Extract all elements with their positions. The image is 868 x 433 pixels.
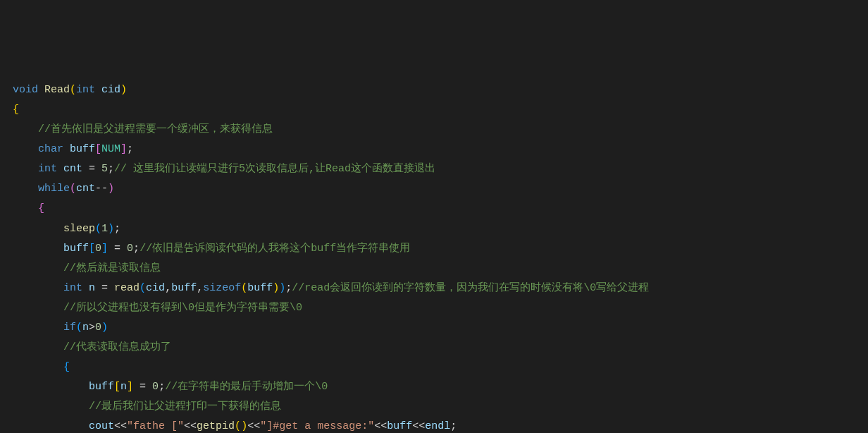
- bracket-close: ]: [127, 381, 133, 393]
- number-literal: 0: [127, 243, 133, 255]
- paren-open: (: [235, 420, 241, 432]
- string-literal: "]#get a message:": [260, 420, 374, 432]
- bracket-open: [: [95, 143, 101, 155]
- operator-shift: <<: [374, 420, 387, 432]
- code-line: buff[n] = 0;//在字符串的最后手动增加一个\0: [13, 377, 868, 397]
- code-line: //最后我们让父进程打印一下获得的信息: [13, 397, 868, 417]
- variable-n: n: [89, 282, 95, 294]
- semicolon: ;: [127, 143, 133, 155]
- keyword-void: void: [13, 84, 38, 96]
- brace-open: {: [38, 202, 44, 214]
- keyword-sizeof: sizeof: [203, 282, 241, 294]
- comment: //代表读取信息成功了: [63, 341, 171, 353]
- bracket-open: [: [89, 243, 95, 255]
- code-line: void Read(int cid): [13, 80, 868, 100]
- comment: // 这里我们让读端只进行5次读取信息后,让Read这个函数直接退出: [114, 163, 435, 175]
- keyword-while: while: [38, 183, 70, 195]
- operator-equals: =: [95, 282, 114, 294]
- operator-decrement: --: [95, 183, 108, 195]
- bracket-open: [: [114, 381, 120, 393]
- paren-close: ): [101, 322, 108, 334]
- semicolon: ;: [108, 163, 114, 175]
- code-line: int cnt = 5;// 这里我们让读端只进行5次读取信息后,让Read这个…: [13, 159, 868, 179]
- comment: //依旧是告诉阅读代码的人我将这个buff当作字符串使用: [140, 243, 410, 255]
- keyword-char: char: [38, 143, 63, 155]
- function-name: Read: [44, 84, 70, 96]
- number-literal: 0: [95, 322, 101, 334]
- paren-close: ): [108, 183, 114, 195]
- code-line: cout<<"fathe ["<<getpid()<<"]#get a mess…: [13, 417, 868, 433]
- variable-cid: cid: [101, 84, 120, 96]
- variable-n: n: [82, 322, 89, 334]
- paren-open: (: [76, 322, 82, 334]
- paren-open: (: [95, 223, 101, 235]
- variable-cid: cid: [146, 282, 165, 294]
- function-read: read: [114, 282, 140, 294]
- comment: //read会返回你读到的字符数量，因为我们在写的时候没有将\0写给父进程: [292, 282, 649, 294]
- paren-close: ): [241, 420, 247, 432]
- code-line: {: [13, 100, 868, 120]
- macro-num: NUM: [101, 143, 120, 155]
- variable-endl: endl: [425, 420, 450, 432]
- paren-open: (: [241, 282, 247, 294]
- comment: //最后我们让父进程打印一下获得的信息: [89, 401, 281, 413]
- comment: //在字符串的最后手动增加一个\0: [165, 381, 328, 393]
- code-editor[interactable]: void Read(int cid){ //首先依旧是父进程需要一个缓冲区，来获…: [13, 80, 868, 433]
- semicolon: ;: [133, 243, 140, 255]
- paren-close: ): [279, 282, 285, 294]
- operator-gt: >: [89, 322, 95, 334]
- variable-buff: buff: [171, 282, 197, 294]
- operator-equals: =: [108, 243, 127, 255]
- code-line: //代表读取信息成功了: [13, 338, 868, 358]
- code-line: //所以父进程也没有得到\0但是作为字符串需要\0: [13, 298, 868, 318]
- number-literal: 0: [95, 243, 101, 255]
- operator-shift: <<: [114, 420, 127, 432]
- function-getpid: getpid: [197, 420, 235, 432]
- paren-open: (: [70, 84, 76, 96]
- variable-cnt: cnt: [63, 163, 82, 175]
- variable-cnt: cnt: [76, 183, 95, 195]
- comment: //然后就是读取信息: [63, 262, 161, 274]
- number-literal: 1: [101, 223, 108, 235]
- code-line: //首先依旧是父进程需要一个缓冲区，来获得信息: [13, 120, 868, 140]
- comma: ,: [165, 282, 171, 294]
- code-line: while(cnt--): [13, 179, 868, 199]
- keyword-if: if: [63, 322, 76, 334]
- code-line: sleep(1);: [13, 219, 868, 239]
- number-literal: 5: [101, 163, 108, 175]
- variable-buff: buff: [63, 243, 89, 255]
- semicolon: ;: [285, 282, 292, 294]
- variable-cout: cout: [89, 420, 114, 432]
- keyword-int: int: [76, 84, 95, 96]
- operator-shift: <<: [184, 420, 197, 432]
- variable-n: n: [120, 381, 127, 393]
- paren-open: (: [70, 183, 76, 195]
- variable-buff: buff: [387, 420, 412, 432]
- paren-close: ): [108, 223, 114, 235]
- string-literal: "fathe [": [127, 420, 184, 432]
- comment: //首先依旧是父进程需要一个缓冲区，来获得信息: [38, 123, 273, 135]
- code-line: {: [13, 199, 868, 219]
- number-literal: 0: [152, 381, 159, 393]
- variable-buff: buff: [89, 381, 114, 393]
- semicolon: ;: [450, 420, 457, 432]
- operator-equals: =: [133, 381, 152, 393]
- operator-equals: =: [82, 163, 101, 175]
- comma: ,: [197, 282, 203, 294]
- keyword-int: int: [63, 282, 82, 294]
- comment: //所以父进程也没有得到\0但是作为字符串需要\0: [63, 302, 302, 314]
- paren-close: ): [120, 84, 127, 96]
- code-line: {: [13, 358, 868, 377]
- paren-close: ): [273, 282, 279, 294]
- bracket-close: ]: [120, 143, 127, 155]
- function-sleep: sleep: [63, 223, 95, 235]
- code-line: int n = read(cid,buff,sizeof(buff));//re…: [13, 279, 868, 298]
- paren-open: (: [140, 282, 146, 294]
- semicolon: ;: [114, 223, 120, 235]
- variable-buff: buff: [70, 143, 95, 155]
- semicolon: ;: [159, 381, 165, 393]
- operator-shift: <<: [247, 420, 260, 432]
- brace-open: {: [63, 361, 70, 373]
- code-line: char buff[NUM];: [13, 140, 868, 159]
- variable-buff: buff: [247, 282, 273, 294]
